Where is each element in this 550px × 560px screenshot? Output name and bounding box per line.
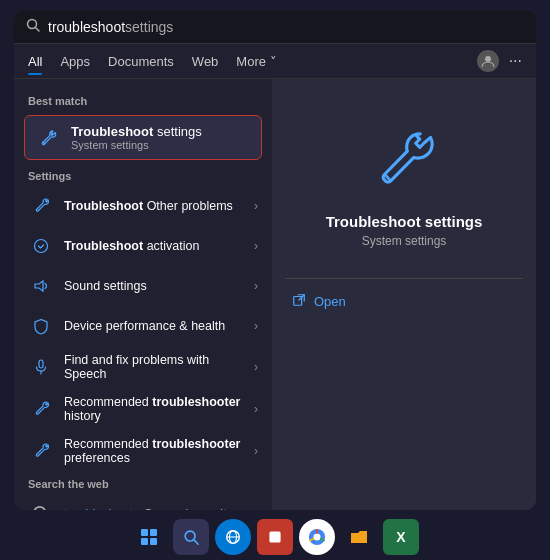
tab-apps[interactable]: Apps bbox=[60, 54, 90, 75]
tab-web[interactable]: Web bbox=[192, 54, 219, 75]
settings-item-title-3: Device performance & health bbox=[64, 319, 225, 333]
web-section-label: Search the web bbox=[14, 472, 272, 494]
sound-icon bbox=[28, 273, 54, 299]
settings-item-title-2: Sound settings bbox=[64, 279, 147, 293]
svg-rect-5 bbox=[39, 360, 43, 368]
svg-rect-13 bbox=[150, 538, 157, 545]
detail-divider bbox=[285, 278, 523, 279]
wrench-icon bbox=[35, 125, 61, 151]
svg-point-2 bbox=[485, 56, 491, 62]
search-window: troubleshootsettings All Apps Documents … bbox=[14, 10, 536, 510]
svg-line-15 bbox=[194, 540, 198, 544]
chevron-icon-0: › bbox=[254, 199, 258, 213]
svg-rect-19 bbox=[269, 531, 280, 542]
taskbar-icon-3[interactable] bbox=[257, 519, 293, 555]
wrench-icon-6 bbox=[28, 438, 54, 464]
open-label: Open bbox=[314, 294, 346, 309]
svg-marker-4 bbox=[35, 281, 43, 291]
settings-item-6[interactable]: Recommended troubleshooterpreferences › bbox=[14, 430, 272, 472]
more-options-button[interactable]: ··· bbox=[509, 52, 522, 70]
best-match-label: Best match bbox=[14, 89, 272, 111]
tab-documents[interactable]: Documents bbox=[108, 54, 174, 75]
open-icon bbox=[292, 293, 306, 310]
wrench-icon-5 bbox=[28, 396, 54, 422]
web-search-icon bbox=[28, 501, 54, 510]
search-input-display[interactable]: troubleshootsettings bbox=[48, 19, 524, 35]
svg-point-7 bbox=[34, 507, 46, 510]
tab-more[interactable]: More ˅ bbox=[236, 54, 276, 75]
best-match-text: Troubleshoot settings System settings bbox=[71, 124, 251, 151]
detail-icon bbox=[364, 119, 444, 199]
taskbar-excel-button[interactable]: X bbox=[383, 519, 419, 555]
settings-item-3[interactable]: Device performance & health › bbox=[14, 306, 272, 346]
content-area: Best match Troubleshoot settings System … bbox=[14, 79, 536, 510]
shield-icon bbox=[28, 313, 54, 339]
svg-line-1 bbox=[36, 28, 40, 32]
taskbar-folder-button[interactable] bbox=[341, 519, 377, 555]
web-keyword-text: troubleshoot - See web results bbox=[64, 507, 233, 510]
svg-rect-11 bbox=[150, 529, 157, 536]
web-search-term: troubleshoot bbox=[64, 507, 133, 510]
settings-item-5[interactable]: Recommended troubleshooterhistory › bbox=[14, 388, 272, 430]
nav-tabs: All Apps Documents Web More ˅ ··· bbox=[14, 44, 536, 79]
chevron-icon-2: › bbox=[254, 279, 258, 293]
settings-item-4[interactable]: Find and fix problems with Speech › bbox=[14, 346, 272, 388]
svg-point-3 bbox=[35, 240, 48, 253]
left-panel: Best match Troubleshoot settings System … bbox=[14, 79, 272, 510]
chevron-icon-4: › bbox=[254, 360, 258, 374]
chevron-icon-5: › bbox=[254, 402, 258, 416]
best-match-title-rest: settings bbox=[153, 124, 201, 139]
settings-item-title-4: Find and fix problems with Speech bbox=[64, 353, 244, 381]
detail-title: Troubleshoot settings bbox=[326, 213, 483, 230]
tab-all[interactable]: All bbox=[28, 54, 42, 75]
start-button[interactable] bbox=[131, 519, 167, 555]
taskbar: X bbox=[0, 514, 550, 560]
settings-item-title-0: Troubleshoot Other problems bbox=[64, 199, 233, 213]
settings-item-1[interactable]: Troubleshoot activation › bbox=[14, 226, 272, 266]
chevron-icon-6: › bbox=[254, 444, 258, 458]
svg-rect-10 bbox=[141, 529, 148, 536]
nav-right: ··· bbox=[477, 50, 522, 78]
wrench-icon-0 bbox=[28, 193, 54, 219]
settings-item-title-5: Recommended troubleshooterhistory bbox=[64, 395, 240, 423]
taskbar-search-button[interactable] bbox=[173, 519, 209, 555]
web-search-suffix: - See web results bbox=[133, 507, 233, 510]
settings-item-title-1: Troubleshoot activation bbox=[64, 239, 199, 253]
user-avatar[interactable] bbox=[477, 50, 499, 72]
search-icon bbox=[26, 18, 40, 35]
wrench-icon-1 bbox=[28, 233, 54, 259]
svg-rect-12 bbox=[141, 538, 148, 545]
svg-point-21 bbox=[313, 533, 320, 540]
best-match-item[interactable]: Troubleshoot settings System settings bbox=[24, 115, 262, 160]
mic-icon bbox=[28, 354, 54, 380]
right-panel: Troubleshoot settings System settings Op… bbox=[272, 79, 536, 510]
chevron-icon-3: › bbox=[254, 319, 258, 333]
web-chevron-icon: › bbox=[254, 507, 258, 510]
best-match-subtitle: System settings bbox=[71, 139, 251, 151]
detail-subtitle: System settings bbox=[362, 234, 447, 248]
open-button[interactable]: Open bbox=[292, 293, 346, 310]
settings-section-label: Settings bbox=[14, 164, 272, 186]
search-bar: troubleshootsettings bbox=[14, 10, 536, 44]
taskbar-browser-button[interactable] bbox=[215, 519, 251, 555]
web-search-item[interactable]: troubleshoot - See web results › bbox=[14, 494, 272, 510]
settings-item-2[interactable]: Sound settings › bbox=[14, 266, 272, 306]
search-placeholder-text: settings bbox=[125, 19, 173, 35]
settings-item-title-6: Recommended troubleshooterpreferences bbox=[64, 437, 240, 465]
best-match-title: Troubleshoot settings bbox=[71, 124, 251, 139]
taskbar-chrome-button[interactable] bbox=[299, 519, 335, 555]
chevron-icon-1: › bbox=[254, 239, 258, 253]
settings-item-0[interactable]: Troubleshoot Other problems › bbox=[14, 186, 272, 226]
svg-point-14 bbox=[185, 531, 195, 541]
search-typed-text: troubleshoot bbox=[48, 19, 125, 35]
best-match-title-bold: Troubleshoot bbox=[71, 124, 153, 139]
